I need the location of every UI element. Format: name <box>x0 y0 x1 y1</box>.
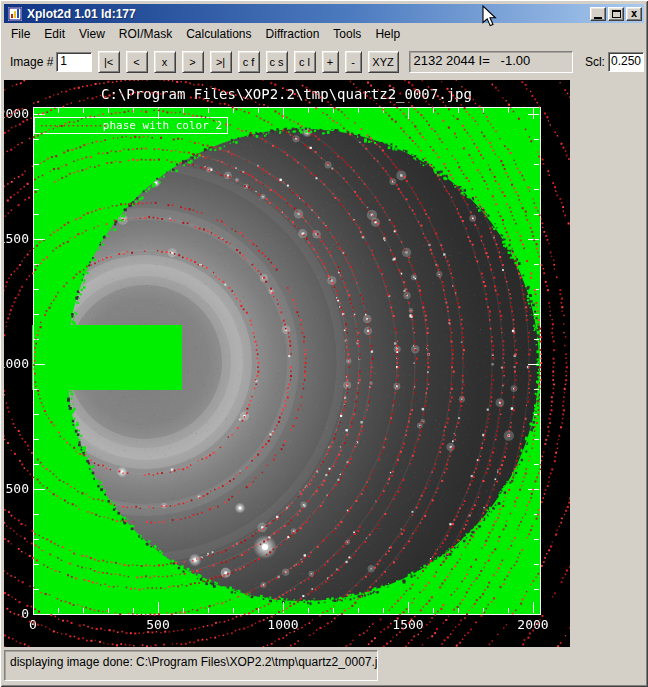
menu-file[interactable]: File <box>4 25 37 43</box>
minimize-button[interactable] <box>590 7 606 21</box>
cf-button[interactable]: c f <box>238 51 260 73</box>
toolbar: Image # 1 |<<x>>|c fc sc l+-XYZ 2132 204… <box>4 44 644 79</box>
app-window: { "window": { "title": "Xplot2d 1.01 Id:… <box>0 0 648 687</box>
menu-view[interactable]: View <box>72 25 112 43</box>
menu-diffraction[interactable]: Diffraction <box>259 25 327 43</box>
close-icon: x <box>631 9 638 19</box>
scale-input[interactable]: 0.250 <box>608 52 644 72</box>
title-bar[interactable]: Xplot2d 1.01 Id:177 x <box>4 4 644 23</box>
x-button[interactable]: x <box>154 51 176 73</box>
cs-button[interactable]: c s <box>266 51 288 73</box>
menu-edit[interactable]: Edit <box>37 25 72 43</box>
close-button[interactable]: x <box>626 7 642 21</box>
menu-tools[interactable]: Tools <box>326 25 368 43</box>
maximize-icon <box>612 10 621 18</box>
last-button[interactable]: >| <box>210 51 232 73</box>
status-bar: displaying image done: C:\Program Files\… <box>4 650 378 681</box>
image-number-label: Image # <box>10 55 53 69</box>
menu-bar: FileEditViewROI/MaskCalculationsDiffract… <box>4 24 644 43</box>
plot-canvas[interactable] <box>4 80 570 647</box>
xyz-button[interactable]: XYZ <box>368 51 399 73</box>
menu-help[interactable]: Help <box>368 25 407 43</box>
status-text: displaying image done: C:\Program Files\… <box>10 655 378 669</box>
plot-area <box>4 80 570 647</box>
toolbar-buttons: |<<x>>|c fc sc l+-XYZ <box>92 51 399 73</box>
app-icon <box>8 7 22 21</box>
cl-button[interactable]: c l <box>294 51 316 73</box>
plus-button[interactable]: + <box>322 51 339 73</box>
scale-label: Scl: <box>585 55 605 69</box>
window-title: Xplot2d 1.01 Id:177 <box>27 7 588 21</box>
pixel-readout: 2132 2044 I= -1.00 <box>409 51 573 73</box>
minimize-icon <box>594 17 602 19</box>
prev-button[interactable]: < <box>126 51 148 73</box>
next-button[interactable]: > <box>182 51 204 73</box>
maximize-button[interactable] <box>608 7 624 21</box>
minus-button[interactable]: - <box>345 51 362 73</box>
image-number-input[interactable]: 1 <box>56 52 91 72</box>
menu-roi-mask[interactable]: ROI/Mask <box>112 25 179 43</box>
menu-calculations[interactable]: Calculations <box>179 25 258 43</box>
first-button[interactable]: |< <box>98 51 120 73</box>
